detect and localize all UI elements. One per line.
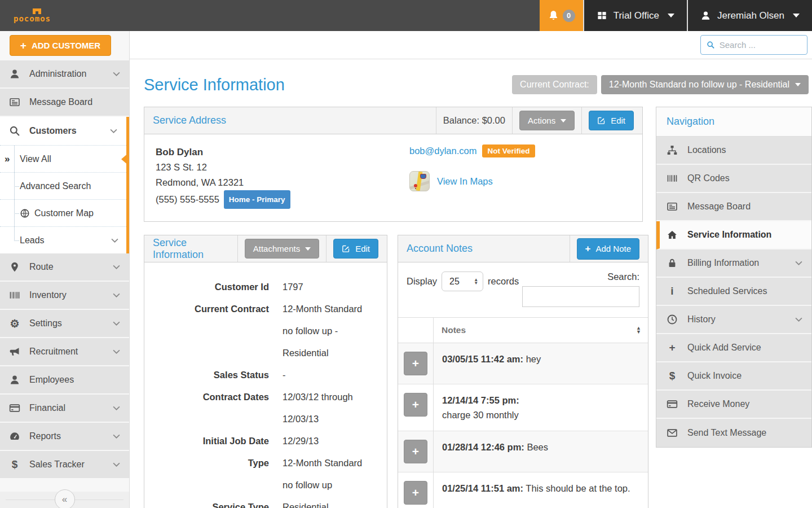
- sidebar-item-recruitment[interactable]: Recruitment: [0, 338, 129, 366]
- field-label: Type: [153, 452, 269, 496]
- nav-item-qr-codes[interactable]: QR Codes: [656, 165, 811, 193]
- nav-item-message-board[interactable]: Message Board: [656, 193, 811, 221]
- sidebar-item-view-all[interactable]: » View All: [0, 145, 126, 172]
- clock-icon: [667, 314, 678, 325]
- sidebar-item-customers[interactable]: Customers: [0, 117, 126, 145]
- nav-item-send-text-message[interactable]: Send Text Message: [656, 419, 811, 447]
- nav-item-service-information[interactable]: Service Information: [656, 221, 811, 249]
- nav-item-label: Locations: [687, 145, 726, 155]
- attachments-button[interactable]: Attachments: [245, 239, 319, 259]
- customer-city: Redmond, WA 12321: [156, 175, 409, 190]
- sidebar-item-label: Advanced Search: [20, 181, 91, 191]
- user-menu[interactable]: Jeremiah Olsen: [687, 0, 812, 31]
- sidebar-item-administration[interactable]: Administration: [0, 60, 129, 89]
- spinner-icon: ▲▼: [474, 278, 478, 285]
- edit-address-button[interactable]: Edit: [589, 111, 634, 130]
- notes-column-header[interactable]: Notes ▲▼: [434, 318, 648, 343]
- field-label: Sales Status: [153, 364, 269, 386]
- sidebar-item-reports[interactable]: Reports: [0, 423, 129, 451]
- chevron-down-icon: [795, 317, 802, 322]
- note-text: Bees: [527, 442, 548, 452]
- sidebar-item-employees[interactable]: Employees: [0, 366, 129, 395]
- sidebar-item-label: Leads: [20, 235, 45, 246]
- nav-item-scheduled-services[interactable]: i Scheduled Services: [656, 278, 811, 306]
- notes-search-control: Search:: [522, 271, 639, 307]
- sidebar-item-advanced-search[interactable]: Advanced Search: [0, 172, 126, 199]
- email-verification-badge: Not Verified: [482, 144, 535, 157]
- add-note-button[interactable]: + Add Note: [577, 238, 639, 260]
- customers-group: Customers » View All Advanced Search: [0, 117, 129, 253]
- sidebar-item-leads[interactable]: Leads: [0, 226, 126, 253]
- add-customer-button[interactable]: + ADD CUSTOMER: [10, 35, 111, 56]
- sidebar-item-message-board[interactable]: Message Board: [0, 89, 129, 117]
- chevron-down-icon: [113, 406, 120, 410]
- notes-search-input[interactable]: [522, 286, 639, 307]
- sidebar-item-sales-tracker[interactable]: $ Sales Tracker: [0, 451, 129, 479]
- megaphone-icon: [9, 346, 20, 357]
- actions-button[interactable]: Actions: [519, 111, 575, 130]
- barcode-icon: [9, 290, 20, 301]
- balance-value: Balance: $0.00: [443, 115, 505, 126]
- sidebar-item-settings[interactable]: ⚙ Settings: [0, 310, 129, 338]
- nav-item-label: Receive Money: [687, 399, 749, 409]
- sidebar-collapse-button[interactable]: «: [55, 489, 75, 508]
- records-label: records: [488, 276, 519, 287]
- navigation-panel: Navigation Locations QR Codes Message Bo…: [656, 107, 812, 448]
- page-size-select[interactable]: 25 ▲▼: [442, 271, 483, 291]
- expand-note-button[interactable]: +: [404, 481, 427, 505]
- dollar-icon: $: [667, 370, 678, 382]
- sidebar-item-inventory[interactable]: Inventory: [0, 282, 129, 310]
- service-address-title: Service Address: [153, 115, 226, 126]
- office-label: Trial Office: [614, 10, 659, 21]
- sort-icon[interactable]: ▲▼: [636, 326, 641, 334]
- expand-note-button[interactable]: +: [404, 440, 427, 463]
- service-information-title: Service Information: [153, 237, 231, 261]
- field-value: 12-Month Standard no follow up - Residen…: [283, 298, 372, 364]
- nav-item-quick-invoice[interactable]: $ Quick Invoice: [656, 362, 811, 391]
- sidebar-item-financial[interactable]: Financial: [0, 395, 129, 423]
- note-text: hey: [526, 354, 541, 364]
- user-icon: [9, 68, 20, 80]
- customer-address-block: Bob Dylan 123 S St. 12 Redmond, WA 12321…: [156, 144, 409, 209]
- sidebar-item-label: Customer Map: [34, 208, 94, 218]
- edit-icon: [342, 244, 350, 253]
- sidebar-item-customer-map[interactable]: Customer Map: [0, 199, 126, 226]
- office-menu[interactable]: Trial Office: [583, 0, 687, 31]
- nav-item-receive-money[interactable]: Receive Money: [656, 391, 811, 419]
- nav-item-history[interactable]: History: [656, 306, 811, 334]
- maps-icon[interactable]: [409, 171, 430, 191]
- search-icon: [9, 125, 20, 137]
- phone-type-badge: Home - Primary: [224, 190, 290, 209]
- search-input[interactable]: [720, 40, 801, 50]
- customer-name: Bob Dylan: [156, 144, 409, 160]
- expand-note-button[interactable]: +: [404, 393, 427, 417]
- customer-email-link[interactable]: bob@dylan.com: [409, 146, 476, 156]
- global-search[interactable]: [700, 35, 807, 55]
- chevron-down-icon: [795, 83, 801, 86]
- current-contract-dropdown[interactable]: 12-Month Standard no follow up - Residen…: [601, 75, 809, 94]
- nav-item-billing-information[interactable]: Billing Information: [656, 249, 811, 278]
- notifications-button[interactable]: 0: [540, 0, 583, 31]
- nav-item-quick-add-service[interactable]: + Quick Add Service: [656, 334, 811, 362]
- edit-service-info-button[interactable]: Edit: [333, 239, 378, 259]
- sidebar-item-label: Customers: [29, 126, 77, 136]
- view-in-maps-link[interactable]: View In Maps: [437, 176, 493, 187]
- customers-submenu: » View All Advanced Search Customer Map: [0, 145, 126, 253]
- account-notes-panel: Account Notes + Add Note: [398, 235, 648, 508]
- plus-icon: +: [667, 341, 678, 354]
- user-icon: [9, 374, 20, 386]
- pocomos-logo[interactable]: pocomos: [0, 0, 51, 31]
- sidebar-item-label: Route: [29, 262, 54, 272]
- dollar-icon: $: [9, 458, 20, 471]
- current-contract-label: Current Contract:: [512, 75, 597, 94]
- navigation-title: Navigation: [656, 107, 811, 137]
- expand-note-button[interactable]: +: [404, 352, 427, 375]
- field-label: Current Contract: [153, 298, 269, 364]
- chevron-down-icon: [113, 462, 120, 467]
- customer-phone: (555) 555-5555: [156, 192, 219, 207]
- gauge-icon: [9, 431, 20, 442]
- sidebar-item-label: Sales Tracker: [29, 459, 85, 470]
- nav-item-locations[interactable]: Locations: [656, 137, 811, 165]
- sidebar-item-route[interactable]: Route: [0, 253, 129, 282]
- sidebar-item-label: Administration: [29, 69, 86, 79]
